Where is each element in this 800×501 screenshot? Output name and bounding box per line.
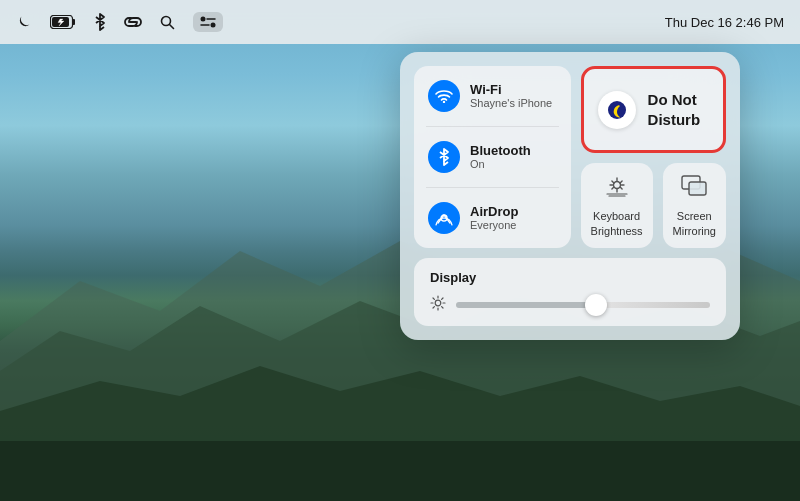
display-slider-row — [430, 295, 710, 314]
svg-point-6 — [201, 17, 206, 22]
svg-point-13 — [613, 182, 620, 189]
svg-line-33 — [442, 298, 443, 299]
bluetooth-menu-icon[interactable] — [94, 13, 106, 31]
bluetooth-icon-circle — [428, 141, 460, 173]
display-brightness-slider[interactable] — [456, 302, 710, 308]
airdrop-text: AirDrop Everyone — [470, 204, 518, 233]
do-not-disturb-moon-icon[interactable] — [16, 14, 32, 30]
svg-point-10 — [443, 101, 445, 103]
screen-mirroring-icon — [681, 175, 707, 203]
wifi-title: Wi-Fi — [470, 82, 552, 98]
dnd-label: Do NotDisturb — [648, 90, 701, 129]
airdrop-item[interactable]: AirDrop Everyone — [428, 202, 557, 234]
bluetooth-text: Bluetooth On — [470, 143, 531, 172]
svg-line-20 — [620, 181, 622, 183]
keyboard-brightness-label: Keyboard Brightness — [591, 209, 643, 238]
wifi-text: Wi-Fi Shayne's iPhone — [470, 82, 552, 111]
cc-bottom-small-tiles: Keyboard Brightness Screen Mirroring — [581, 163, 726, 248]
divider-2 — [426, 187, 559, 188]
wifi-icon-circle — [428, 80, 460, 112]
svg-rect-25 — [689, 182, 706, 195]
keyboard-brightness-icon — [604, 175, 630, 203]
svg-point-8 — [211, 23, 216, 28]
bluetooth-subtitle: On — [470, 158, 531, 171]
airdrop-icon-circle — [428, 202, 460, 234]
screen-mirroring-label: Screen Mirroring — [673, 209, 716, 238]
svg-line-21 — [611, 188, 613, 190]
svg-line-32 — [442, 307, 443, 308]
cc-display-section: Display — [414, 258, 726, 326]
dnd-moon-icon — [598, 91, 636, 129]
bluetooth-item[interactable]: Bluetooth On — [428, 141, 557, 173]
svg-rect-1 — [73, 19, 76, 25]
airdrop-subtitle: Everyone — [470, 219, 518, 232]
keyboard-brightness-tile[interactable]: Keyboard Brightness — [581, 163, 653, 248]
wifi-subtitle: Shayne's iPhone — [470, 97, 552, 110]
menubar: Thu Dec 16 2:46 PM — [0, 0, 800, 44]
control-center-icon[interactable] — [193, 12, 223, 32]
search-spotlight-icon[interactable] — [160, 15, 175, 30]
slider-thumb[interactable] — [585, 294, 607, 316]
display-title: Display — [430, 270, 710, 285]
svg-line-19 — [620, 188, 622, 190]
cc-top-section: Wi-Fi Shayne's iPhone Bluetooth On — [414, 66, 726, 248]
wifi-item[interactable]: Wi-Fi Shayne's iPhone — [428, 80, 557, 112]
divider-1 — [426, 126, 559, 127]
cc-network-tile: Wi-Fi Shayne's iPhone Bluetooth On — [414, 66, 571, 248]
menubar-left-icons — [16, 12, 223, 32]
svg-point-26 — [435, 300, 441, 306]
screen-mirroring-tile[interactable]: Screen Mirroring — [663, 163, 726, 248]
svg-line-31 — [433, 298, 434, 299]
control-center-panel: Wi-Fi Shayne's iPhone Bluetooth On — [400, 52, 740, 340]
menubar-datetime[interactable]: Thu Dec 16 2:46 PM — [665, 15, 784, 30]
brightness-low-icon — [430, 295, 446, 314]
airdrop-title: AirDrop — [470, 204, 518, 220]
link-chain-icon[interactable] — [124, 16, 142, 28]
battery-charging-icon[interactable] — [50, 15, 76, 29]
svg-line-34 — [433, 307, 434, 308]
menubar-right: Thu Dec 16 2:46 PM — [665, 15, 784, 30]
do-not-disturb-tile[interactable]: Do NotDisturb — [581, 66, 726, 153]
svg-line-18 — [611, 181, 613, 183]
svg-line-5 — [170, 24, 174, 28]
bluetooth-title: Bluetooth — [470, 143, 531, 159]
cc-right-tiles: Do NotDisturb — [581, 66, 726, 248]
